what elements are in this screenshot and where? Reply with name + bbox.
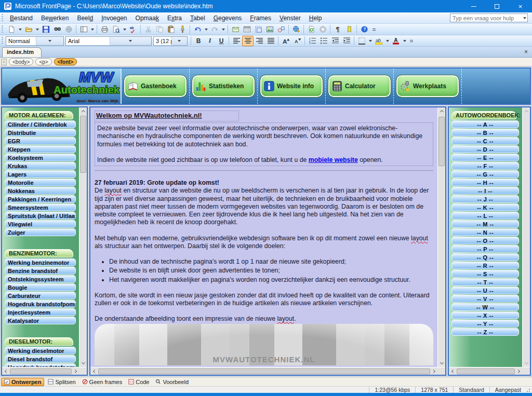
site-logo[interactable]: MVW Autotechniek door: Marco van Wijk <box>2 69 122 104</box>
font-color-dropdown[interactable] <box>402 35 407 46</box>
borders-dropdown[interactable] <box>367 35 373 46</box>
main-frame-hscrollbar[interactable] <box>90 367 445 375</box>
refresh-button[interactable] <box>305 24 317 35</box>
sidebar-item[interactable]: Bougie <box>5 283 76 291</box>
dictionary-letter-item[interactable]: -- D -- <box>451 145 519 153</box>
dictionary-letter-item[interactable]: -- H -- <box>451 179 519 186</box>
quicktag-p[interactable]: <p> <box>35 58 51 65</box>
style-dropdown-icon[interactable] <box>36 37 64 45</box>
increase-font-button[interactable]: A <box>280 36 291 46</box>
print-preview-button[interactable] <box>110 24 122 35</box>
dictionary-letter-item[interactable]: -- B -- <box>451 129 519 136</box>
increase-indent-button[interactable] <box>341 36 352 46</box>
scroll-up-icon[interactable] <box>523 107 530 115</box>
bookmark-anchor-button[interactable] <box>343 24 355 35</box>
right-frame-vscrollbar[interactable] <box>522 107 530 367</box>
sidebar-item[interactable]: Carburateur <box>5 292 76 299</box>
bold-button[interactable]: B <box>193 36 204 46</box>
sidebar-item[interactable]: Katalysator <box>5 317 76 324</box>
cut-button[interactable] <box>142 24 154 35</box>
print-button[interactable] <box>99 24 110 35</box>
help-search-input[interactable] <box>450 15 522 21</box>
menu-item[interactable]: Bewerken <box>37 13 73 23</box>
sidebar-item[interactable]: Werking benzinemotor <box>5 258 76 266</box>
toggle-pane-dropdown[interactable] <box>89 24 95 35</box>
dictionary-letter-item[interactable]: -- A -- <box>451 120 519 128</box>
borders-button[interactable] <box>356 36 367 46</box>
font-combo[interactable]: Arial <box>65 36 152 46</box>
view-tab-ontwerpen[interactable]: Ontwerpen <box>1 378 44 386</box>
font-size-combo[interactable]: 3 (12 pt) <box>153 36 188 46</box>
dictionary-letter-item[interactable]: -- U -- <box>451 286 519 294</box>
scroll-left-icon[interactable] <box>449 367 456 375</box>
dictionary-letter-item[interactable]: -- Y -- <box>451 320 519 327</box>
style-combo[interactable]: Normaal <box>6 36 64 46</box>
dictionary-letter-item[interactable]: -- R -- <box>451 262 519 269</box>
maximize-button[interactable] <box>485 0 509 12</box>
web-component-button[interactable] <box>230 24 241 35</box>
dictionary-letter-item[interactable]: -- Z -- <box>451 328 519 336</box>
insert-hyperlink-button[interactable] <box>290 24 302 35</box>
menu-item[interactable]: Invoegen <box>97 13 131 23</box>
close-button[interactable]: × <box>509 0 532 12</box>
sidebar-item[interactable]: Vliegwiel <box>5 220 76 228</box>
menu-item[interactable]: Opmaak <box>131 13 163 23</box>
quicktag-scroll-left-icon[interactable]: ‹ <box>1 59 7 65</box>
scroll-up-icon[interactable] <box>79 107 87 115</box>
bullet-list-button[interactable] <box>318 36 329 46</box>
insert-layer-button[interactable] <box>252 24 264 35</box>
undo-button[interactable] <box>192 24 203 35</box>
banner-button-website-info[interactable]: Website info <box>260 75 323 97</box>
drawing-button[interactable] <box>275 24 287 35</box>
undo-dropdown[interactable] <box>203 24 209 35</box>
mobiele-website-link[interactable]: mobiele website <box>309 156 358 163</box>
help-dropdown-icon[interactable] <box>522 14 527 22</box>
scroll-down-icon[interactable] <box>79 360 87 367</box>
dictionary-letter-item[interactable]: -- X -- <box>451 311 519 319</box>
sidebar-item[interactable]: Distributie <box>5 129 76 136</box>
view-tab-geen-frames[interactable]: Geen frames <box>79 378 125 386</box>
insert-picture-button[interactable] <box>264 24 275 35</box>
banner-button-gastenboek[interactable]: Gastenboek <box>124 75 187 97</box>
banner-button-statistieken[interactable]: Statistieken <box>192 75 255 97</box>
scroll-down-icon[interactable] <box>438 360 445 367</box>
font-dropdown-icon[interactable] <box>110 37 152 45</box>
scroll-thumb[interactable] <box>80 116 86 173</box>
sidebar-item[interactable]: Cilinder / Cilinderblok <box>5 120 76 128</box>
menu-item[interactable]: Tabel <box>186 13 209 23</box>
main-frame-vscrollbar[interactable] <box>437 107 445 367</box>
decrease-indent-button[interactable] <box>329 36 341 46</box>
view-tab-splitsen[interactable]: Splitsen <box>45 378 78 386</box>
toolbar-options-button[interactable] <box>408 36 415 46</box>
scroll-right-icon[interactable] <box>431 367 438 375</box>
show-formatting-marks-button[interactable]: ¶ <box>332 24 343 35</box>
stop-button[interactable] <box>317 24 328 35</box>
page-content[interactable]: Welkom op MVWautotechniek.nl! Deze websi… <box>90 107 437 367</box>
scroll-thumb[interactable] <box>98 368 430 374</box>
dictionary-letter-item[interactable]: -- M -- <box>451 220 519 228</box>
sidebar-item[interactable]: Pakkingen / Keerringen <box>5 195 76 203</box>
paste-button[interactable] <box>165 24 177 35</box>
toggle-pane-button[interactable] <box>78 24 89 35</box>
dictionary-letter-item[interactable]: -- W -- <box>451 303 519 311</box>
right-frame-hscrollbar[interactable] <box>449 367 530 375</box>
save-button[interactable] <box>40 24 51 35</box>
highlight-button[interactable]: ab <box>373 36 384 46</box>
help-search-box[interactable] <box>450 13 528 22</box>
dictionary-letter-item[interactable]: -- E -- <box>451 154 519 161</box>
dictionary-letter-item[interactable]: -- P -- <box>451 245 519 253</box>
menu-item[interactable]: Beeld <box>73 13 97 23</box>
sidebar-item[interactable]: Diesel brandstof <box>5 355 76 363</box>
banner-button-calculator[interactable]: Calculator <box>328 75 391 97</box>
resize-grip[interactable] <box>526 387 531 392</box>
sidebar-item[interactable]: Werking dieselmotor <box>5 347 76 354</box>
new-page-dropdown[interactable] <box>17 24 23 35</box>
quicktag-body[interactable]: <body> <box>9 58 33 65</box>
sidebar-item[interactable]: Hogedruk brandstofpomp <box>5 363 76 367</box>
dictionary-letter-item[interactable]: -- N -- <box>451 228 519 236</box>
dictionary-letter-item[interactable]: -- J -- <box>451 195 519 203</box>
sidebar-item[interactable]: Hogedruk brandstofpomp <box>5 300 76 308</box>
dictionary-letter-item[interactable]: -- C -- <box>451 137 519 145</box>
format-painter-button[interactable] <box>177 24 188 35</box>
dictionary-letter-item[interactable]: -- S -- <box>451 270 519 278</box>
